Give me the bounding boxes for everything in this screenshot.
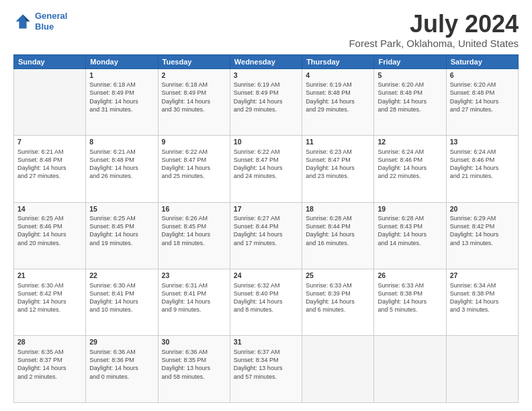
calendar-cell [302, 336, 374, 403]
day-number: 5 [378, 71, 442, 81]
cell-content: Sunrise: 6:28 AMSunset: 8:43 PMDaylight:… [378, 214, 442, 247]
day-number: 4 [306, 71, 370, 81]
day-number: 27 [450, 271, 515, 281]
cell-content: Sunrise: 6:34 AMSunset: 8:38 PMDaylight:… [450, 281, 515, 314]
cell-content: Sunrise: 6:26 AMSunset: 8:45 PMDaylight:… [162, 214, 226, 247]
day-number: 1 [89, 71, 154, 81]
header-friday: Friday [374, 54, 446, 68]
day-number: 17 [234, 205, 298, 214]
title-block: July 2024 Forest Park, Oklahoma, United … [349, 11, 519, 49]
calendar-cell: 28Sunrise: 6:35 AMSunset: 8:37 PMDayligh… [14, 336, 86, 403]
calendar-cell: 14Sunrise: 6:25 AMSunset: 8:46 PMDayligh… [14, 202, 86, 269]
cell-content: Sunrise: 6:30 AMSunset: 8:41 PMDaylight:… [89, 281, 154, 314]
calendar-cell: 15Sunrise: 6:25 AMSunset: 8:45 PMDayligh… [86, 202, 158, 269]
calendar-cell: 10Sunrise: 6:22 AMSunset: 8:47 PMDayligh… [230, 136, 302, 202]
day-number: 13 [450, 138, 515, 147]
calendar-cell: 23Sunrise: 6:31 AMSunset: 8:41 PMDayligh… [158, 269, 230, 336]
header-sunday: Sunday [14, 54, 86, 68]
cell-content: Sunrise: 6:36 AMSunset: 8:35 PMDaylight:… [162, 348, 226, 381]
cell-content: Sunrise: 6:19 AMSunset: 8:48 PMDaylight:… [306, 81, 370, 113]
calendar-cell: 8Sunrise: 6:21 AMSunset: 8:48 PMDaylight… [86, 136, 158, 202]
calendar-cell: 24Sunrise: 6:32 AMSunset: 8:40 PMDayligh… [230, 269, 302, 336]
calendar-cell: 18Sunrise: 6:28 AMSunset: 8:44 PMDayligh… [302, 202, 374, 269]
cell-content: Sunrise: 6:25 AMSunset: 8:45 PMDaylight:… [89, 214, 154, 247]
header: General Blue July 2024 Forest Park, Okla… [13, 11, 519, 49]
cell-content: Sunrise: 6:32 AMSunset: 8:40 PMDaylight:… [234, 281, 298, 314]
day-number: 25 [306, 271, 370, 281]
calendar-cell: 25Sunrise: 6:33 AMSunset: 8:39 PMDayligh… [302, 269, 374, 336]
cell-content: Sunrise: 6:33 AMSunset: 8:38 PMDaylight:… [378, 281, 442, 314]
calendar-cell: 26Sunrise: 6:33 AMSunset: 8:38 PMDayligh… [374, 269, 446, 336]
calendar-cell: 22Sunrise: 6:30 AMSunset: 8:41 PMDayligh… [86, 269, 158, 336]
cell-content: Sunrise: 6:22 AMSunset: 8:47 PMDaylight:… [234, 148, 298, 181]
day-number: 8 [89, 138, 154, 147]
main-title: July 2024 [349, 11, 519, 38]
day-number: 10 [234, 138, 298, 147]
calendar-cell: 16Sunrise: 6:26 AMSunset: 8:45 PMDayligh… [158, 202, 230, 269]
cell-content: Sunrise: 6:24 AMSunset: 8:46 PMDaylight:… [378, 148, 442, 181]
logo: General Blue [13, 11, 67, 32]
day-number: 19 [378, 205, 442, 214]
day-number: 2 [162, 71, 226, 81]
calendar-cell: 27Sunrise: 6:34 AMSunset: 8:38 PMDayligh… [446, 269, 518, 336]
calendar-cell: 3Sunrise: 6:19 AMSunset: 8:49 PMDaylight… [230, 68, 302, 135]
day-number: 15 [89, 205, 154, 214]
calendar-cell: 7Sunrise: 6:21 AMSunset: 8:48 PMDaylight… [14, 136, 86, 202]
day-number: 9 [162, 138, 226, 147]
cell-content: Sunrise: 6:31 AMSunset: 8:41 PMDaylight:… [162, 281, 226, 314]
cell-content: Sunrise: 6:21 AMSunset: 8:48 PMDaylight:… [89, 148, 154, 181]
calendar-cell: 5Sunrise: 6:20 AMSunset: 8:48 PMDaylight… [374, 68, 446, 135]
day-number: 12 [378, 138, 442, 147]
cell-content: Sunrise: 6:30 AMSunset: 8:42 PMDaylight:… [17, 281, 82, 314]
subtitle: Forest Park, Oklahoma, United States [349, 38, 519, 49]
day-number: 21 [17, 271, 82, 281]
day-number: 3 [234, 71, 298, 81]
day-number: 6 [450, 71, 515, 81]
day-number: 18 [306, 205, 370, 214]
day-number: 7 [17, 138, 82, 147]
calendar-cell: 20Sunrise: 6:29 AMSunset: 8:42 PMDayligh… [446, 202, 518, 269]
cell-content: Sunrise: 6:25 AMSunset: 8:46 PMDaylight:… [17, 214, 82, 247]
week-row-4: 21Sunrise: 6:30 AMSunset: 8:42 PMDayligh… [14, 269, 519, 336]
calendar-cell: 11Sunrise: 6:23 AMSunset: 8:47 PMDayligh… [302, 136, 374, 202]
calendar-table: Sunday Monday Tuesday Wednesday Thursday… [13, 54, 519, 403]
calendar-cell: 9Sunrise: 6:22 AMSunset: 8:47 PMDaylight… [158, 136, 230, 202]
cell-content: Sunrise: 6:35 AMSunset: 8:37 PMDaylight:… [17, 348, 82, 381]
calendar-cell: 19Sunrise: 6:28 AMSunset: 8:43 PMDayligh… [374, 202, 446, 269]
calendar-cell: 1Sunrise: 6:18 AMSunset: 8:49 PMDaylight… [86, 68, 158, 135]
header-tuesday: Tuesday [158, 54, 230, 68]
calendar-cell: 6Sunrise: 6:20 AMSunset: 8:48 PMDaylight… [446, 68, 518, 135]
cell-content: Sunrise: 6:19 AMSunset: 8:49 PMDaylight:… [234, 81, 298, 113]
cell-content: Sunrise: 6:36 AMSunset: 8:36 PMDaylight:… [89, 348, 154, 381]
cell-content: Sunrise: 6:37 AMSunset: 8:34 PMDaylight:… [234, 348, 298, 381]
cell-content: Sunrise: 6:29 AMSunset: 8:42 PMDaylight:… [450, 214, 515, 247]
day-number: 20 [450, 205, 515, 214]
calendar-cell: 12Sunrise: 6:24 AMSunset: 8:46 PMDayligh… [374, 136, 446, 202]
logo-text: General Blue [35, 11, 67, 32]
day-number: 26 [378, 271, 442, 281]
week-row-3: 14Sunrise: 6:25 AMSunset: 8:46 PMDayligh… [14, 202, 519, 269]
calendar-cell: 31Sunrise: 6:37 AMSunset: 8:34 PMDayligh… [230, 336, 302, 403]
calendar-cell: 30Sunrise: 6:36 AMSunset: 8:35 PMDayligh… [158, 336, 230, 403]
calendar-cell: 17Sunrise: 6:27 AMSunset: 8:44 PMDayligh… [230, 202, 302, 269]
day-number: 30 [162, 338, 226, 347]
calendar-cell: 2Sunrise: 6:18 AMSunset: 8:49 PMDaylight… [158, 68, 230, 135]
header-thursday: Thursday [302, 54, 374, 68]
header-wednesday: Wednesday [230, 54, 302, 68]
cell-content: Sunrise: 6:20 AMSunset: 8:48 PMDaylight:… [378, 81, 442, 113]
calendar-header-row: Sunday Monday Tuesday Wednesday Thursday… [14, 54, 519, 68]
calendar-cell [14, 68, 86, 135]
header-monday: Monday [86, 54, 158, 68]
cell-content: Sunrise: 6:18 AMSunset: 8:49 PMDaylight:… [162, 81, 226, 113]
cell-content: Sunrise: 6:18 AMSunset: 8:49 PMDaylight:… [89, 81, 154, 113]
day-number: 16 [162, 205, 226, 214]
page: General Blue July 2024 Forest Park, Okla… [0, 0, 532, 411]
cell-content: Sunrise: 6:20 AMSunset: 8:48 PMDaylight:… [450, 81, 515, 113]
week-row-1: 1Sunrise: 6:18 AMSunset: 8:49 PMDaylight… [14, 68, 519, 135]
cell-content: Sunrise: 6:27 AMSunset: 8:44 PMDaylight:… [234, 214, 298, 247]
day-number: 29 [89, 338, 154, 347]
day-number: 14 [17, 205, 82, 214]
cell-content: Sunrise: 6:24 AMSunset: 8:46 PMDaylight:… [450, 148, 515, 181]
calendar-cell: 4Sunrise: 6:19 AMSunset: 8:48 PMDaylight… [302, 68, 374, 135]
day-number: 22 [89, 271, 154, 281]
